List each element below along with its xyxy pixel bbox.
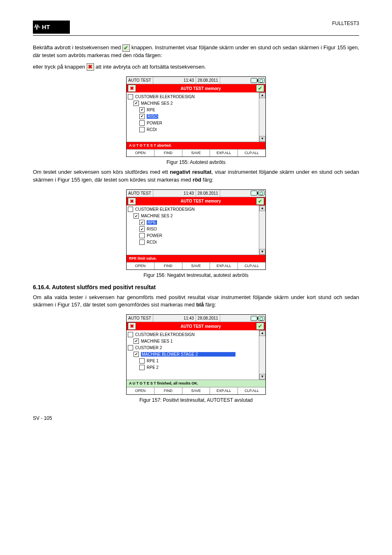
scroll-down-icon[interactable]: ▼ — [259, 136, 265, 142]
tab-save[interactable]: SAVE — [182, 387, 210, 394]
screen-mode-label: AUTO TEST — [127, 190, 153, 197]
plug-icon — [258, 78, 265, 83]
tab-expall[interactable]: EXP.ALL — [210, 150, 238, 157]
scrollbar[interactable]: ▲ ▼ — [259, 92, 265, 142]
paragraph-3: Om testet under sekvensen som körs slutf… — [33, 168, 359, 183]
bottom-tabs: OPEN FIND SAVE EXP.ALL CLP.ALL — [127, 149, 265, 157]
ok-button[interactable]: ✔ — [256, 85, 264, 92]
ok-icon — [122, 44, 130, 52]
tree-row[interactable]: CUSTOMER 2 — [128, 344, 258, 351]
tree-row[interactable]: CUSTOMER ELEKTRODESIGN — [128, 93, 258, 100]
section-heading: 6.16.4. Autotest slutförs med positivt r… — [33, 284, 359, 290]
tree-row[interactable]: RCDt — [139, 239, 258, 246]
svg-text:HT: HT — [42, 24, 50, 30]
tree-row[interactable]: POWER — [139, 120, 258, 126]
brand-logo: HT — [33, 21, 70, 34]
screen-date: 28.08.2011 — [196, 77, 220, 84]
tab-clpall[interactable]: CLP.ALL — [238, 150, 265, 157]
cancel-button[interactable]: ✖ — [128, 198, 136, 205]
tab-clpall[interactable]: CLP.ALL — [238, 387, 265, 394]
device-screen-2: AUTO TEST 11:43 28.08.2011 ✖ AUTO TEST m… — [126, 189, 266, 270]
device-name: FULLTEST3 — [332, 21, 359, 26]
screen-mode-label: AUTO TEST — [127, 77, 153, 84]
tab-expall[interactable]: EXP.ALL — [210, 263, 238, 269]
tree-view[interactable]: CUSTOMER ELEKTRODESIGN ✔MACHINE SES 2 ✔R… — [127, 92, 259, 142]
scroll-down-icon[interactable]: ▼ — [259, 249, 265, 255]
scrollbar[interactable]: ▲ ▼ — [259, 205, 265, 255]
page-number: SV - 105 — [33, 415, 52, 421]
tree-row[interactable]: CUSTOMER ELEKTRODESIGN — [128, 331, 258, 338]
tab-expall[interactable]: EXP.ALL — [210, 387, 238, 394]
ok-button[interactable]: ✔ — [256, 322, 264, 330]
scroll-up-icon[interactable]: ▲ — [259, 205, 265, 211]
tree-row[interactable]: ✔RPE — [139, 106, 258, 113]
screen-mode-label: AUTO TEST — [127, 315, 153, 322]
cancel-button[interactable]: ✖ — [128, 322, 136, 330]
tab-find[interactable]: FIND — [154, 150, 182, 157]
plug-icon — [258, 191, 265, 196]
tab-open[interactable]: OPEN — [127, 263, 154, 269]
memory-title: AUTO TEST memory — [136, 324, 265, 329]
paragraph-4: Om alla valda tester i sekvensen har gen… — [33, 294, 359, 309]
ok-button[interactable]: ✔ — [256, 198, 264, 205]
bottom-tabs: OPEN FIND SAVE EXP.ALL CLP.ALL — [127, 387, 265, 394]
status-bar: RPE limit value. — [127, 255, 265, 262]
tree-row[interactable]: ✔MACHINE SES 2 — [134, 213, 258, 219]
tree-row[interactable]: POWER — [139, 233, 258, 239]
battery-icon — [251, 316, 257, 321]
battery-icon — [251, 191, 257, 196]
tree-view[interactable]: CUSTOMER ELEKTRODESIGN ✔MACHINE SES 1 CU… — [127, 330, 259, 380]
tree-row[interactable]: ✔RPE — [139, 219, 258, 226]
scroll-up-icon[interactable]: ▲ — [259, 330, 265, 336]
device-screen-1: AUTO TEST 11:43 28.08.2011 ✖ AUTO TEST m… — [126, 76, 266, 157]
status-bar: A U T O T E S T finished, all results OK… — [127, 380, 265, 387]
scroll-down-icon[interactable]: ▼ — [259, 374, 265, 380]
tree-row[interactable]: ✔RISO — [139, 226, 258, 233]
bottom-tabs: OPEN FIND SAVE EXP.ALL CLP.ALL — [127, 262, 265, 269]
scroll-up-icon[interactable]: ▲ — [259, 92, 265, 98]
figure-caption-2: Figur 156: Negativt testresultat, autote… — [143, 272, 248, 278]
tab-find[interactable]: FIND — [154, 263, 182, 269]
device-screen-3: AUTO TEST 11:43 28.08.2011 ✖ AUTO TEST m… — [126, 314, 266, 395]
screen-time: 11:43 — [182, 315, 196, 322]
tab-save[interactable]: SAVE — [182, 263, 210, 269]
tree-view[interactable]: CUSTOMER ELEKTRODESIGN ✔MACHINE SES 2 ✔R… — [127, 205, 259, 255]
header-divider — [33, 35, 359, 36]
tab-open[interactable]: OPEN — [127, 387, 154, 394]
scrollbar[interactable]: ▲ ▼ — [259, 330, 265, 380]
figure-caption-3: Figur 157: Positivt testresultat, AUTOTE… — [139, 397, 253, 403]
screen-time: 11:43 — [182, 77, 196, 84]
status-bar: A U T O T E S T aborted. — [127, 142, 265, 149]
tree-row[interactable]: RCDt — [139, 126, 258, 133]
tree-row[interactable]: ✔MACHINE SES 1 — [134, 338, 258, 344]
tab-find[interactable]: FIND — [154, 387, 182, 394]
tree-row[interactable]: ✔MACHINE BLOWER STAGE 2 — [134, 351, 258, 357]
tree-row[interactable]: RPE 1 — [139, 357, 258, 364]
tab-open[interactable]: OPEN — [127, 150, 154, 157]
memory-title: AUTO TEST memory — [136, 86, 265, 91]
cancel-icon — [87, 63, 94, 71]
paragraph-1: Bekräfta avbrott i testsekvensen med kna… — [33, 44, 359, 59]
tree-row[interactable]: RPE 2 — [139, 364, 258, 371]
tab-save[interactable]: SAVE — [182, 150, 210, 157]
screen-date: 28.08.2011 — [196, 190, 220, 197]
screen-date: 28.08.2011 — [196, 315, 220, 322]
figure-caption-1: Figur 155: Autotest avbröts — [166, 159, 225, 165]
screen-time: 11:43 — [182, 190, 196, 197]
tree-row[interactable]: ✔MACHINE SES 2 — [134, 100, 258, 106]
tab-clpall[interactable]: CLP.ALL — [238, 263, 265, 269]
battery-icon — [251, 78, 257, 83]
tree-row[interactable]: ✔RISO — [139, 113, 258, 120]
memory-title: AUTO TEST memory — [136, 199, 265, 203]
tree-row[interactable]: CUSTOMER ELEKTRODESIGN — [128, 206, 258, 213]
paragraph-2: eller tryck på knappen att inte avbryta … — [33, 63, 359, 71]
cancel-button[interactable]: ✖ — [128, 85, 136, 92]
plug-icon — [258, 316, 265, 321]
